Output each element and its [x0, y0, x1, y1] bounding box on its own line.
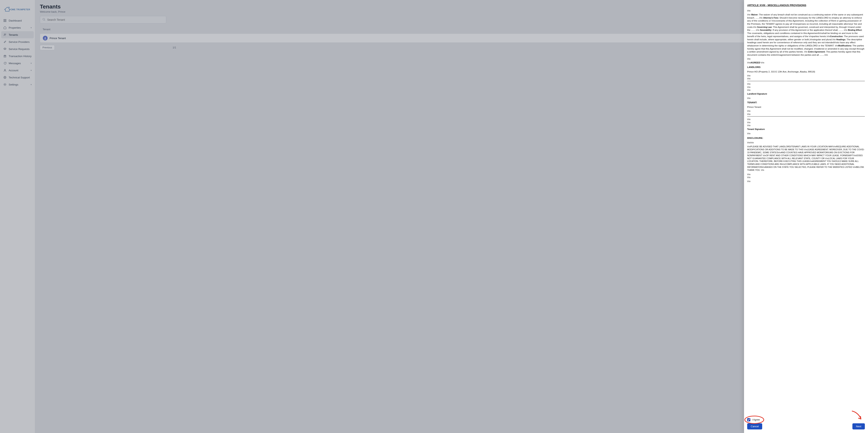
legal-paragraph: \r\n Waiver: The waiver of any breach sh…: [747, 13, 865, 57]
rn-block: \r\n \r\n \r\n: [747, 118, 865, 127]
rn: \r\n: [747, 13, 751, 16]
attorney-label: Attorney's Fees:: [763, 17, 779, 19]
agree-label[interactable]: I Agree: [752, 419, 760, 421]
head-label: Headings:: [836, 38, 846, 41]
rn-block: \r\n \r\n: [747, 74, 865, 80]
agreed-line: \r\nAGREED \r\n: [747, 61, 865, 64]
landlord-name: Prince HO (Property 2, 315 E 12th Ave, A…: [747, 70, 865, 73]
rn-block: \r\n \r\n: [747, 110, 865, 116]
lease-agreement-panel: ARTICLE XVIII - MISCELLANOUS PROVISIONS …: [744, 0, 868, 433]
signature-line: [747, 81, 865, 81]
sev-label: Severability:: [760, 29, 772, 31]
next-button[interactable]: Next: [852, 423, 865, 429]
bind-label: Binding Effect:: [848, 29, 862, 31]
tenant-signature-caption: Tenant Signature: [747, 128, 865, 131]
disclosure-label: DISCLOSURE:: [747, 136, 865, 140]
ent-label: Entire Agreement:: [808, 51, 826, 53]
landlord-label: LANDLORD:: [747, 66, 865, 69]
tenant-label: TENANT:: [747, 101, 865, 104]
rn-text: \r\n: [747, 97, 865, 100]
rn-text: \r\n: [747, 180, 865, 183]
panel-scroll-body[interactable]: ARTICLE XVIII - MISCELLANOUS PROVISIONS …: [744, 0, 868, 417]
agree-row: I Agree: [747, 418, 760, 421]
signature-line: [747, 116, 865, 117]
cancel-button[interactable]: Cancel: [747, 423, 762, 429]
mod-label: Modifications:: [838, 44, 852, 47]
rn-text: \r\n: [747, 57, 865, 60]
rn-block: \r\n \r\n \r\n: [747, 82, 865, 92]
rn: \r\n: [760, 61, 764, 64]
rn-text: \r\n\r\n: [747, 141, 865, 144]
modal-overlay[interactable]: [0, 0, 868, 433]
rn-block: \r\n \r\n: [747, 173, 865, 179]
landlord-signature-caption: Landlord Signature: [747, 92, 865, 95]
rn-text: \r\n: [747, 9, 865, 12]
panel-footer: I Agree Cancel Next: [744, 417, 868, 433]
sev-text: If any provision of this Agreement or th…: [772, 29, 848, 31]
cons-label: Construction:: [830, 35, 843, 37]
article-heading: ARTICLE XVIII - MISCELLANOUS PROVISIONS: [747, 4, 865, 7]
agree-checkbox[interactable]: [747, 418, 750, 421]
tenant-name-text: Prince Tenant: [747, 105, 865, 109]
waiver-label: Waiver:: [751, 13, 758, 16]
gov-label: Governing Law:: [757, 26, 772, 28]
agreed-word: AGREED: [750, 61, 761, 64]
rn: \r\n: [747, 61, 750, 64]
rn-text: \r\n: [747, 132, 865, 135]
disclosure-text: \r\nPLEASE BE ADVISED THAT LANDLORD/TENA…: [747, 145, 865, 172]
